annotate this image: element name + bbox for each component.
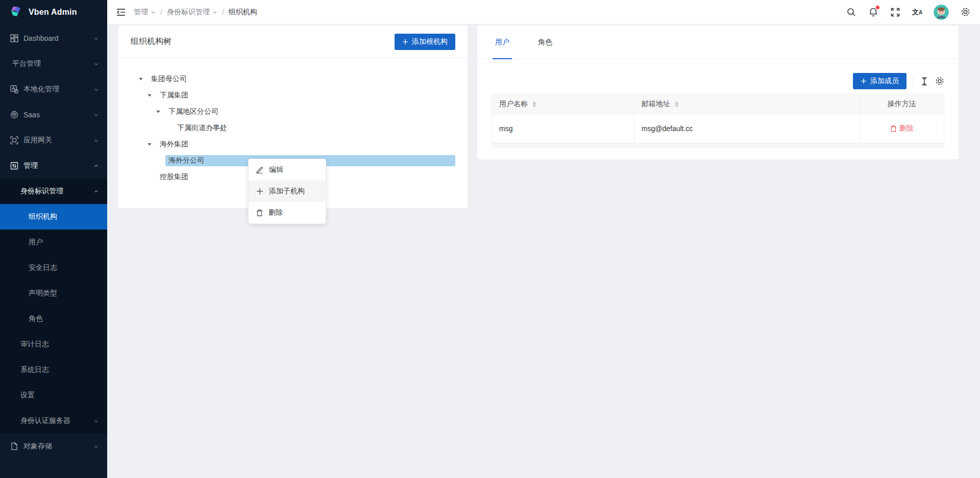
table-footer-strip xyxy=(492,143,944,148)
top-header: 管理 / 身份标识管理 / 组织机构 xyxy=(107,0,980,24)
app-logo[interactable]: Vben Admin xyxy=(0,0,107,24)
members-table: 用户名称 邮箱地址 操作方法 msg msg xyxy=(492,94,944,143)
sidebar-item-roles[interactable]: 角色 xyxy=(0,306,107,332)
tab-roles[interactable]: 角色 xyxy=(535,26,555,59)
caret-down-icon[interactable] xyxy=(154,109,162,114)
sidebar-item-identity-mgmt[interactable]: 身份标识管理 xyxy=(0,179,107,204)
sort-icon[interactable] xyxy=(675,101,679,108)
sidebar-item-object-storage[interactable]: 对象存储 xyxy=(0,434,107,459)
sidebar: Vben Admin Dashboard 平台管理 xyxy=(0,0,107,478)
sidebar-menu: Dashboard 平台管理 本地化管理 xyxy=(0,24,107,459)
sidebar-item-settings[interactable]: 设置 xyxy=(0,383,107,408)
sidebar-item-localization[interactable]: 本地化管理 xyxy=(0,77,107,102)
tree-context-menu: 编辑 添加子机构 删除 xyxy=(248,159,326,224)
chevron-down-icon xyxy=(93,444,99,449)
toolbar-divider xyxy=(913,77,914,86)
search-icon[interactable] xyxy=(846,7,857,18)
translate-icon[interactable]: 文A xyxy=(912,7,923,18)
context-menu-add-child-org[interactable]: 添加子机构 xyxy=(249,181,326,202)
chevron-down-icon xyxy=(151,10,156,15)
app-title: Vben Admin xyxy=(29,8,77,17)
delete-member-button[interactable]: 删除 xyxy=(890,124,914,133)
sidebar-item-dashboard[interactable]: Dashboard xyxy=(0,26,107,51)
sidebar-item-organizations[interactable]: 组织机构 xyxy=(0,204,107,230)
table-row[interactable]: msg msg@default.cc 删除 xyxy=(492,114,944,143)
cell-email: msg@default.cc xyxy=(634,114,860,143)
object-storage-icon xyxy=(10,442,19,451)
caret-down-icon[interactable] xyxy=(145,93,154,98)
chevron-down-icon xyxy=(93,138,99,143)
sidebar-item-label: 身份认证服务器 xyxy=(20,416,70,425)
chevron-up-icon xyxy=(93,163,99,169)
sidebar-item-label: 角色 xyxy=(29,314,43,323)
sidebar-item-label: 系统日志 xyxy=(20,365,49,374)
sidebar-item-label: 审计日志 xyxy=(20,340,49,349)
menu-fold-icon[interactable] xyxy=(116,8,126,16)
panel-title: 组织机构树 xyxy=(131,36,172,47)
chevron-down-icon xyxy=(212,10,217,15)
add-member-button[interactable]: 添加成员 xyxy=(853,73,906,89)
sidebar-item-label: Saas xyxy=(23,111,40,119)
tree-node[interactable]: 集团母公司 xyxy=(137,71,455,87)
sidebar-item-label: 用户 xyxy=(29,238,43,247)
cell-username: msg xyxy=(492,114,634,143)
notification-bell-icon[interactable] xyxy=(868,7,879,18)
tab-users[interactable]: 用户 xyxy=(493,26,512,59)
chevron-down-icon xyxy=(93,36,99,41)
column-header-actions: 操作方法 xyxy=(860,94,944,114)
breadcrumb-item-organizations: 组织机构 xyxy=(229,8,257,17)
tree-node[interactable]: 下属集团 xyxy=(137,87,455,104)
plus-icon xyxy=(256,188,263,195)
avatar[interactable] xyxy=(934,5,949,20)
breadcrumb-item-identity-mgmt[interactable]: 身份标识管理 xyxy=(167,8,217,17)
sidebar-item-label: 安全日志 xyxy=(29,263,57,272)
sidebar-item-label: 组织机构 xyxy=(29,212,57,221)
org-tree-panel-header: 组织机构树 添加根机构 xyxy=(118,26,468,58)
settings-gear-icon[interactable] xyxy=(960,7,971,18)
row-height-icon[interactable] xyxy=(920,77,928,86)
tree-node[interactable]: 海外集团 xyxy=(137,136,455,153)
sidebar-item-saas[interactable]: Saas xyxy=(0,102,107,128)
caret-down-icon[interactable] xyxy=(145,142,154,147)
header-actions: 文A xyxy=(846,5,971,20)
members-tabs: 用户 角色 xyxy=(477,26,959,59)
sidebar-item-management[interactable]: 管理 xyxy=(0,153,107,179)
saas-cloud-icon xyxy=(10,111,19,119)
sidebar-item-system-logs[interactable]: 系统日志 xyxy=(0,357,107,383)
cell-actions: 删除 xyxy=(860,114,944,143)
sidebar-item-claim-types[interactable]: 声明类型 xyxy=(0,281,107,306)
gateway-icon xyxy=(10,136,19,145)
caret-down-icon[interactable] xyxy=(137,77,145,82)
tree-node[interactable]: 下属街道办事处 xyxy=(137,120,455,136)
column-header-username[interactable]: 用户名称 xyxy=(492,94,634,114)
context-menu-edit[interactable]: 编辑 xyxy=(249,159,326,181)
sidebar-item-platform-mgmt[interactable]: 平台管理 xyxy=(0,51,107,77)
table-toolbar: 添加成员 xyxy=(492,73,944,89)
chevron-down-icon xyxy=(93,61,99,67)
sidebar-item-app-gateway[interactable]: 应用网关 xyxy=(0,128,107,153)
breadcrumb-item-management[interactable]: 管理 xyxy=(134,8,156,17)
sort-icon[interactable] xyxy=(532,101,536,108)
column-header-email[interactable]: 邮箱地址 xyxy=(634,94,860,114)
plus-icon xyxy=(402,39,408,45)
edit-pencil-icon xyxy=(256,166,263,173)
sidebar-item-security-logs[interactable]: 安全日志 xyxy=(0,255,107,281)
org-members-panel: 用户 角色 添加成员 用户名称 xyxy=(477,26,959,159)
trash-icon xyxy=(256,209,263,216)
sidebar-item-identity-server[interactable]: 身份认证服务器 xyxy=(0,408,107,434)
sidebar-item-label: Dashboard xyxy=(23,34,59,42)
chevron-down-icon xyxy=(93,418,99,424)
add-root-org-button[interactable]: 添加根机构 xyxy=(395,34,455,50)
sidebar-item-users[interactable]: 用户 xyxy=(0,230,107,255)
sidebar-item-label: 声明类型 xyxy=(29,289,57,298)
context-menu-delete[interactable]: 删除 xyxy=(249,202,326,223)
sidebar-item-label: 管理 xyxy=(23,161,38,170)
sidebar-item-audit-logs[interactable]: 审计日志 xyxy=(0,332,107,357)
chevron-up-icon xyxy=(93,189,99,194)
breadcrumb-separator: / xyxy=(222,8,224,16)
trash-icon xyxy=(890,125,897,132)
tree-node[interactable]: 下属地区分公司 xyxy=(137,104,455,120)
sidebar-item-label: 平台管理 xyxy=(12,59,41,68)
column-settings-gear-icon[interactable] xyxy=(935,77,944,86)
fullscreen-icon[interactable] xyxy=(890,7,901,18)
